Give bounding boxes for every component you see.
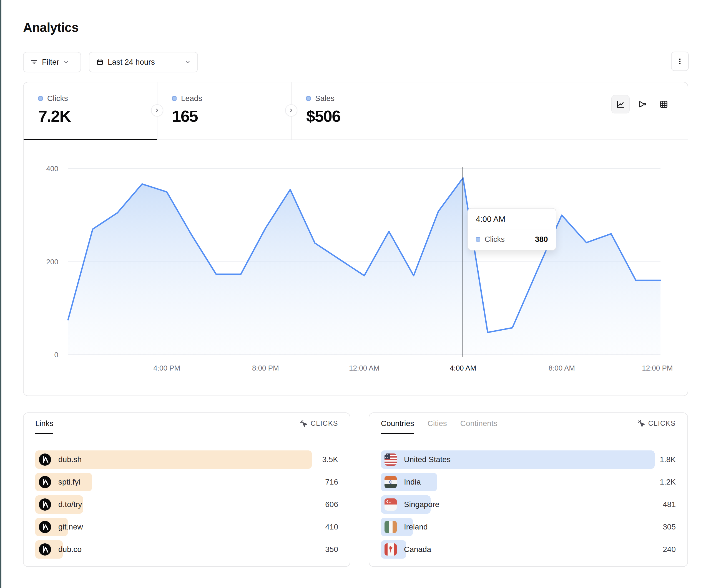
countries-metric-label: CLICKS [648, 420, 676, 427]
country-label: Ireland [404, 523, 428, 532]
tooltip-time: 4:00 AM [468, 208, 556, 229]
x-tick-label: 8:00 PM [252, 364, 279, 372]
tab-countries[interactable]: Countries [381, 413, 414, 434]
sales-tab-value: $506 [306, 107, 425, 126]
date-range-button[interactable]: Last 24 hours [89, 52, 198, 72]
link-row-dub-co[interactable]: dub.co 350 [35, 540, 338, 559]
tab-cities[interactable]: Cities [428, 413, 447, 434]
ireland-flag-icon [385, 521, 397, 533]
x-tick-label: 4:00 PM [153, 364, 180, 372]
expand-leads-button[interactable] [151, 104, 163, 116]
calendar-icon [96, 58, 104, 66]
y-tick-label: 0 [28, 350, 58, 359]
dub-logo-icon [39, 521, 51, 533]
x-tick-label: 12:00 AM [349, 364, 380, 372]
link-label: git.new [58, 523, 83, 532]
country-row-canada[interactable]: Canada 240 [381, 540, 676, 559]
dub-logo-icon [39, 498, 51, 511]
chart-tooltip: 4:00 AM Clicks 380 [468, 208, 556, 250]
leads-tab-value: 165 [172, 107, 291, 126]
left-accent-border [0, 0, 1, 588]
links-panel-header: Links CLICKS [24, 413, 350, 434]
tab-clicks[interactable]: Clicks 7.2K [24, 82, 157, 140]
expand-sales-button[interactable] [285, 104, 297, 116]
x-tick-label: 12:00 PM [642, 364, 673, 372]
us-flag-icon [385, 453, 397, 466]
clicks-tab-label: Clicks [47, 94, 68, 103]
funnel-view-button[interactable] [633, 95, 651, 113]
link-row-git-new[interactable]: git.new 410 [35, 518, 338, 536]
link-label: dub.sh [58, 455, 82, 464]
page-title: Analytics [23, 20, 79, 35]
country-clicks-value: 1.8K [660, 455, 676, 464]
tooltip-series-swatch [476, 237, 480, 242]
india-flag-icon [385, 476, 397, 488]
tooltip-series-label: Clicks [485, 235, 505, 244]
tooltip-value: 380 [535, 235, 548, 244]
table-view-button[interactable] [655, 95, 673, 113]
cursor-click-icon [300, 420, 308, 428]
y-tick-label: 200 [28, 258, 58, 266]
link-row-d-to-try[interactable]: d.to/try 606 [35, 495, 338, 514]
link-clicks-value: 606 [325, 500, 338, 509]
clicks-area-chart[interactable]: 4:00 AM Clicks 380 [68, 168, 661, 355]
kebab-menu-icon [676, 58, 684, 65]
dub-logo-icon [39, 543, 51, 556]
more-options-button[interactable] [671, 51, 689, 71]
chart-canvas [68, 168, 661, 355]
link-clicks-value: 410 [325, 523, 338, 532]
countries-panel: Countries Cities Continents CLICKS [369, 412, 688, 567]
country-row-singapore[interactable]: Singapore 481 [381, 495, 676, 514]
clicks-tab-value: 7.2K [38, 107, 157, 126]
link-clicks-value: 350 [325, 545, 338, 554]
chevron-right-icon [288, 108, 294, 113]
link-label: d.to/try [58, 500, 82, 509]
y-tick-label: 400 [28, 164, 58, 173]
country-row-india[interactable]: India 1.2K [381, 473, 676, 491]
countries-rows: United States 1.8K India 1.2K [369, 434, 687, 559]
x-tick-label: 4:00 AM [450, 364, 476, 372]
area-fill [68, 178, 661, 355]
country-row-ireland[interactable]: Ireland 305 [381, 518, 676, 536]
chevron-down-icon [63, 59, 69, 65]
countries-metric-header[interactable]: CLICKS [637, 420, 676, 428]
crosshair-line [462, 167, 464, 357]
filter-icon [30, 58, 38, 66]
stats-tabs-row: Clicks 7.2K Leads 165 Sales $506 [24, 82, 688, 140]
analytics-chart-card: Clicks 7.2K Leads 165 Sales $506 [23, 82, 688, 396]
dub-logo-icon [39, 476, 51, 488]
link-row-dub-sh[interactable]: dub.sh 3.5K [35, 450, 338, 469]
country-row-united-states[interactable]: United States 1.8K [381, 450, 676, 469]
link-label: spti.fyi [58, 478, 80, 487]
country-label: United States [404, 455, 451, 464]
singapore-flag-icon [385, 498, 397, 511]
country-clicks-value: 1.2K [660, 478, 676, 487]
tab-leads[interactable]: Leads 165 [157, 82, 291, 140]
link-clicks-value: 716 [325, 478, 338, 487]
clicks-legend-swatch [38, 96, 43, 101]
line-chart-view-button[interactable] [611, 95, 630, 113]
links-metric-label: CLICKS [311, 420, 338, 427]
filter-button-label: Filter [42, 58, 59, 67]
chevron-down-icon [185, 59, 191, 65]
country-clicks-value: 240 [663, 545, 676, 554]
tab-links[interactable]: Links [35, 413, 53, 434]
links-metric-header[interactable]: CLICKS [300, 420, 338, 428]
analytics-page: Analytics Filter Last 24 hours [0, 0, 711, 588]
link-row-spti-fyi[interactable]: spti.fyi 716 [35, 473, 338, 491]
x-tick-label: 8:00 AM [548, 364, 575, 372]
country-label: Canada [404, 545, 431, 554]
x-axis-labels: 4:00 PM8:00 PM12:00 AM4:00 AM8:00 AM12:0… [68, 364, 661, 373]
chevron-right-icon [154, 108, 160, 113]
countries-panel-header: Countries Cities Continents CLICKS [369, 413, 687, 434]
country-label: Singapore [404, 500, 439, 509]
tab-continents[interactable]: Continents [460, 413, 497, 434]
sales-legend-swatch [306, 96, 311, 101]
tab-sales[interactable]: Sales $506 [292, 82, 425, 140]
dub-logo-icon [39, 453, 51, 466]
link-label: dub.co [58, 545, 82, 554]
link-clicks-value: 3.5K [322, 455, 338, 464]
active-tab-underline [24, 139, 157, 140]
links-rows: dub.sh 3.5K spti.fyi 716 d.to/try 606 [24, 434, 350, 559]
filter-button[interactable]: Filter [23, 52, 81, 72]
